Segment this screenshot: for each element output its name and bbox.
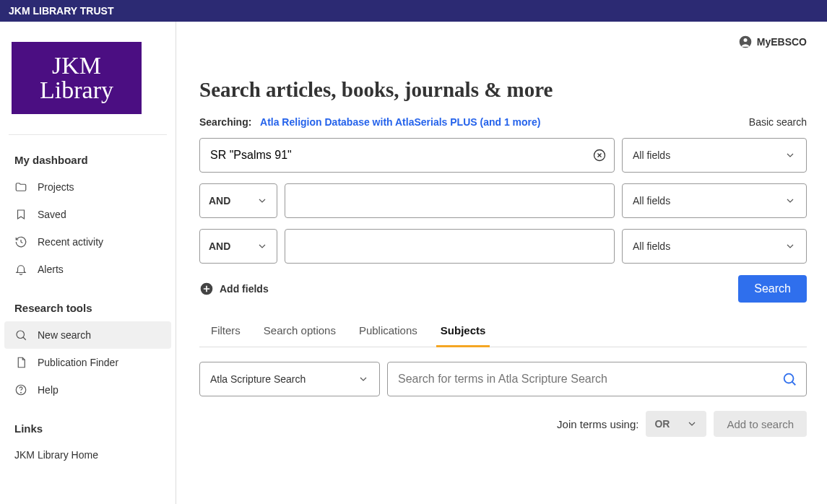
user-circle-icon	[738, 35, 753, 49]
field-select-3[interactable]: All fields	[622, 229, 807, 264]
myebsco-label: MyEBSCO	[757, 36, 807, 48]
subject-type-select[interactable]: Atla Scripture Search	[199, 362, 380, 396]
database-link[interactable]: Atla Religion Database with AtlaSerials …	[260, 116, 540, 128]
main-content: MyEBSCO Search articles, books, journals…	[176, 22, 827, 504]
add-fields-button[interactable]: Add fields	[199, 282, 269, 296]
boolean-label: AND	[209, 195, 230, 207]
add-to-search-button[interactable]: Add to search	[714, 411, 807, 437]
sidebar-link-home[interactable]: JKM Library Home	[0, 442, 176, 468]
join-operator-select[interactable]: OR	[646, 411, 706, 437]
divider	[9, 134, 167, 135]
search-button[interactable]: Search	[738, 275, 807, 303]
myebsco-button[interactable]: MyEBSCO	[738, 35, 807, 49]
field-select-label: All fields	[633, 195, 670, 207]
search-icon	[14, 329, 27, 342]
logo-line2: Library	[40, 78, 113, 103]
search-row-3: AND All fields	[199, 229, 807, 264]
tabs: Filters Search options Publications Subj…	[199, 316, 807, 347]
help-icon	[14, 383, 27, 396]
boolean-label: AND	[209, 240, 230, 252]
search-term-input-2[interactable]	[285, 183, 615, 218]
sidebar: JKM Library My dashboard Projects Saved …	[0, 22, 176, 504]
subject-search-button[interactable]	[778, 368, 801, 391]
sidebar-item-recent[interactable]: Recent activity	[0, 228, 176, 256]
clear-icon	[592, 148, 607, 162]
boolean-select-3[interactable]: AND	[199, 229, 277, 264]
chevron-down-icon	[256, 240, 268, 252]
sidebar-item-label: Publication Finder	[38, 357, 118, 368]
sidebar-item-label: Alerts	[38, 264, 64, 275]
chevron-down-icon	[784, 195, 796, 207]
links-heading: Links	[0, 417, 176, 442]
folder-icon	[14, 181, 27, 194]
top-trust-bar: JKM LIBRARY TRUST	[0, 0, 827, 22]
field-select-label: All fields	[633, 240, 670, 252]
chevron-down-icon	[256, 195, 268, 207]
research-heading: Research tools	[0, 296, 176, 321]
sidebar-item-label: New search	[38, 329, 91, 341]
field-select-label: All fields	[633, 149, 670, 161]
join-terms-label: Join terms using:	[557, 418, 638, 430]
search-row-1: All fields	[199, 138, 807, 173]
subject-select-label: Atla Scripture Search	[210, 373, 306, 385]
add-fields-label: Add fields	[220, 283, 269, 295]
document-icon	[14, 356, 27, 369]
sidebar-item-label: Help	[38, 384, 59, 396]
logo-line1: JKM	[52, 53, 101, 78]
basic-search-link[interactable]: Basic search	[749, 116, 807, 128]
svg-point-4	[743, 38, 747, 42]
sidebar-item-help[interactable]: Help	[0, 376, 176, 404]
subject-search-input[interactable]	[387, 362, 807, 396]
chevron-down-icon	[686, 418, 698, 430]
chevron-down-icon	[784, 240, 796, 252]
search-rows: All fields AND All fields	[199, 138, 807, 264]
clear-input-button[interactable]	[592, 147, 607, 163]
logo-container: JKM Library	[0, 22, 176, 131]
history-icon	[14, 235, 27, 248]
tab-search-options[interactable]: Search options	[264, 316, 336, 347]
page-title: Search articles, books, journals & more	[199, 78, 807, 102]
chevron-down-icon	[358, 373, 369, 385]
field-select-2[interactable]: All fields	[622, 183, 807, 218]
sidebar-item-label: Projects	[38, 181, 74, 193]
bookmark-icon	[14, 208, 27, 221]
sidebar-item-alerts[interactable]: Alerts	[0, 256, 176, 283]
search-row-2: AND All fields	[199, 183, 807, 218]
library-logo[interactable]: JKM Library	[12, 42, 142, 114]
sidebar-item-saved[interactable]: Saved	[0, 201, 176, 228]
svg-point-7	[784, 374, 794, 383]
tab-filters[interactable]: Filters	[211, 316, 241, 347]
join-operator-label: OR	[654, 418, 670, 430]
sidebar-item-new-search[interactable]: New search	[4, 321, 171, 349]
sidebar-item-pub-finder[interactable]: Publication Finder	[0, 349, 176, 376]
tab-subjects[interactable]: Subjects	[441, 316, 486, 347]
bell-icon	[14, 263, 27, 276]
search-icon	[781, 371, 797, 387]
search-term-input-3[interactable]	[285, 229, 615, 264]
sidebar-item-label: Recent activity	[38, 236, 103, 248]
sidebar-item-projects[interactable]: Projects	[0, 173, 176, 201]
field-select-1[interactable]: All fields	[622, 138, 807, 173]
boolean-select-2[interactable]: AND	[199, 183, 277, 218]
dashboard-heading: My dashboard	[0, 148, 176, 173]
svg-point-2	[21, 392, 22, 393]
sidebar-item-label: Saved	[38, 209, 66, 220]
searching-prefix: Searching:	[199, 116, 251, 128]
trust-name: JKM LIBRARY TRUST	[9, 5, 113, 17]
search-term-input-1[interactable]	[199, 138, 615, 173]
tab-publications[interactable]: Publications	[359, 316, 417, 347]
sidebar-item-label: JKM Library Home	[14, 449, 98, 461]
plus-circle-icon	[199, 282, 214, 296]
chevron-down-icon	[784, 149, 796, 161]
svg-point-0	[17, 331, 25, 339]
